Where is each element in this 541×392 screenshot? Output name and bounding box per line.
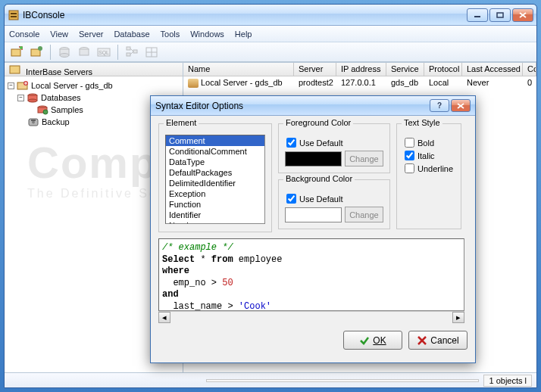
menu-windows[interactable]: Windows <box>190 30 224 39</box>
menu-help[interactable]: Help <box>235 30 252 39</box>
foreground-group: Foreground Color Use Default Change <box>278 123 390 173</box>
svg-text:SQL: SQL <box>99 50 109 56</box>
col-protocol[interactable]: Protocol <box>424 63 462 76</box>
col-server[interactable]: Server <box>294 63 336 76</box>
background-group: Background Color Use Default Change <box>278 179 390 229</box>
element-legend: Element <box>164 118 199 127</box>
list-header: Name Server IP address Service Protocol … <box>183 63 536 76</box>
svg-rect-4 <box>497 13 503 17</box>
list-row[interactable]: Local Server - gds_db prodtest2 127.0.0.… <box>183 76 536 90</box>
col-conn[interactable]: Conn <box>523 63 536 76</box>
svg-rect-2 <box>11 16 17 17</box>
textstyle-legend: Text Style <box>402 118 442 127</box>
svg-rect-19 <box>127 53 130 56</box>
close-button[interactable] <box>512 8 533 22</box>
svg-rect-37 <box>31 120 36 121</box>
syntax-editor-dialog: Syntax Editor Options ? Element CommentC… <box>150 95 476 363</box>
underline-check[interactable]: Underline <box>405 163 453 173</box>
element-list[interactable]: CommentConditionalCommentDataTypeDefault… <box>165 135 265 224</box>
menu-database[interactable]: Database <box>114 30 149 39</box>
svg-rect-20 <box>133 50 137 53</box>
statusbar: 1 objects l <box>5 372 536 387</box>
fg-legend: Foreground Color <box>283 118 353 127</box>
titlebar: IBConsole <box>5 5 536 26</box>
scroll-right-icon[interactable]: ▸ <box>452 312 464 323</box>
scroll-left-icon[interactable]: ◂ <box>158 312 170 323</box>
menu-tools[interactable]: Tools <box>161 30 180 39</box>
tree-root[interactable]: − Local Server - gds_db <box>6 79 181 92</box>
x-icon <box>417 335 427 346</box>
tool-tree-icon[interactable] <box>124 45 139 60</box>
svg-point-13 <box>60 53 69 57</box>
dialog-titlebar: Syntax Editor Options ? <box>151 96 475 116</box>
server-row-icon <box>188 79 199 88</box>
maximize-button[interactable] <box>489 8 511 22</box>
menu-server[interactable]: Server <box>79 30 103 39</box>
bg-use-default[interactable]: Use Default <box>286 194 382 204</box>
tool-sql-icon[interactable]: SQL <box>96 45 111 60</box>
svg-rect-1 <box>11 13 17 14</box>
tool-grid-icon[interactable] <box>144 45 159 60</box>
dialog-title: Syntax Editor Options <box>155 101 430 111</box>
window-title: IBConsole <box>23 10 467 20</box>
tree-collapse-icon[interactable]: − <box>17 95 24 101</box>
database-item-icon <box>36 104 48 115</box>
element-item[interactable]: Comment <box>166 135 264 146</box>
example-hscroll[interactable]: ◂ ▸ <box>158 311 464 323</box>
svg-rect-0 <box>9 11 18 20</box>
bg-swatch <box>285 207 342 222</box>
status-text: 1 objects l <box>483 375 532 387</box>
toolbar: SQL <box>5 42 536 62</box>
element-item[interactable]: Exception <box>166 188 264 199</box>
col-name[interactable]: Name <box>183 63 294 76</box>
col-lastacc[interactable]: Last Accessed <box>462 63 523 76</box>
element-item[interactable]: DelimitedIdentifier <box>166 178 264 188</box>
svg-rect-15 <box>80 49 89 55</box>
col-ip[interactable]: IP address <box>336 63 386 76</box>
toolbar-separator <box>117 45 118 60</box>
element-item[interactable]: Function <box>166 199 264 210</box>
fg-swatch <box>285 151 342 166</box>
backup-icon <box>27 117 39 127</box>
bold-check[interactable]: Bold <box>405 138 453 148</box>
fg-change-button[interactable]: Change <box>345 151 383 166</box>
textstyle-group: Text Style Bold Italic Underline <box>396 123 461 229</box>
element-item[interactable]: DefaultPackages <box>166 167 264 178</box>
menu-console[interactable]: Console <box>9 30 39 39</box>
tool-cylinder-icon[interactable] <box>57 45 72 60</box>
svg-point-31 <box>28 99 37 102</box>
tree-header[interactable]: InterBase Servers <box>5 63 183 76</box>
database-icon <box>27 92 39 103</box>
tree-collapse-icon[interactable]: − <box>8 82 14 89</box>
element-item[interactable]: Identifier <box>166 210 264 220</box>
fg-use-default[interactable]: Use Default <box>286 138 382 148</box>
app-icon <box>8 9 20 21</box>
svg-point-34 <box>43 110 48 114</box>
element-item[interactable]: Number <box>166 220 264 224</box>
element-item[interactable]: DataType <box>166 157 264 167</box>
italic-check[interactable]: Italic <box>405 151 453 160</box>
server-icon <box>17 80 29 91</box>
help-button[interactable]: ? <box>430 99 449 112</box>
svg-rect-7 <box>11 49 20 56</box>
toolbar-separator <box>50 45 51 60</box>
example-preview: /* example */ Select * from employee whe… <box>158 238 464 311</box>
tool-cylinder2-icon[interactable] <box>77 45 92 60</box>
svg-rect-24 <box>10 66 20 73</box>
bg-legend: Background Color <box>283 174 355 183</box>
menubar: Console View Server Database Tools Windo… <box>5 26 536 42</box>
cancel-button[interactable]: Cancel <box>408 331 468 350</box>
svg-point-36 <box>32 121 35 124</box>
svg-point-8 <box>20 46 23 49</box>
dialog-close-button[interactable] <box>451 99 471 112</box>
col-service[interactable]: Service <box>386 63 424 76</box>
svg-point-10 <box>38 46 42 51</box>
bg-change-button[interactable]: Change <box>345 207 383 222</box>
tool-register-db-icon[interactable] <box>29 45 44 60</box>
ok-button[interactable]: OK <box>343 331 402 350</box>
check-icon <box>359 335 370 346</box>
tool-register-server-icon[interactable] <box>9 45 24 60</box>
menu-view[interactable]: View <box>50 30 68 39</box>
element-item[interactable]: ConditionalComment <box>166 146 264 157</box>
minimize-button[interactable] <box>467 8 488 22</box>
